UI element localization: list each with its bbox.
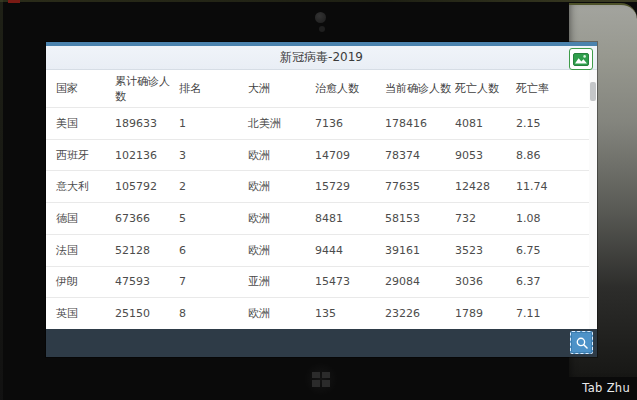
cell-continent: 欧洲	[248, 179, 315, 194]
cell-rank: 2	[179, 180, 248, 193]
device-brand-label: Tab Zhu	[582, 381, 630, 395]
cell-country: 美国	[56, 116, 115, 131]
app-window: 新冠病毒-2019 国家 累计确诊人数 排名 大洲 治愈人数 当前确诊人数 死亡…	[46, 42, 597, 357]
cell-rank: 7	[179, 275, 248, 288]
cell-cured: 9444	[315, 244, 385, 257]
cell-death-rate: 1.08	[516, 212, 597, 225]
table-row[interactable]: 伊朗 47593 7 亚洲 15473 29084 3036 6.37	[46, 266, 597, 298]
cell-total-confirmed: 189633	[115, 117, 179, 130]
column-header-deaths[interactable]: 死亡人数	[455, 81, 516, 96]
cell-rank: 8	[179, 307, 248, 320]
windows-logo-icon	[312, 372, 330, 387]
windows-home-button[interactable]	[303, 363, 339, 395]
cell-death-rate: 8.86	[516, 149, 597, 162]
camera-icon	[315, 12, 326, 23]
table-body: 美国 189633 1 北美洲 7136 178416 4081 2.15 西班…	[46, 107, 597, 329]
cell-rank: 5	[179, 212, 248, 225]
table-row[interactable]: 法国 52128 6 欧洲 9444 39161 3523 6.75	[46, 234, 597, 266]
cell-continent: 欧洲	[248, 243, 315, 258]
cell-deaths: 1789	[455, 307, 516, 320]
table-row[interactable]: 英国 25150 8 欧洲 135 23226 1789 7.11	[46, 297, 597, 329]
cell-continent: 欧洲	[248, 148, 315, 163]
cell-country: 法国	[56, 243, 115, 258]
cell-cured: 15473	[315, 275, 385, 288]
covid-table: 国家 累计确诊人数 排名 大洲 治愈人数 当前确诊人数 死亡人数 死亡率 美国 …	[46, 70, 597, 329]
column-header-continent[interactable]: 大洲	[248, 81, 315, 96]
column-header-cured[interactable]: 治愈人数	[315, 81, 385, 96]
cell-death-rate: 6.75	[516, 244, 597, 257]
cell-deaths: 732	[455, 212, 516, 225]
red-indicator-light	[8, 0, 20, 3]
cell-rank: 6	[179, 244, 248, 257]
cell-continent: 北美洲	[248, 116, 315, 131]
bezel-edge	[0, 0, 637, 2]
column-header-current-confirmed[interactable]: 当前确诊人数	[385, 81, 455, 96]
column-header-country[interactable]: 国家	[56, 81, 115, 96]
table-header-row: 国家 累计确诊人数 排名 大洲 治愈人数 当前确诊人数 死亡人数 死亡率	[46, 70, 597, 107]
search-icon	[575, 336, 589, 350]
cell-cured: 7136	[315, 117, 385, 130]
column-header-total-confirmed[interactable]: 累计确诊人数	[115, 74, 179, 104]
titlebar: 新冠病毒-2019	[46, 46, 597, 70]
cell-country: 英国	[56, 306, 115, 321]
cell-total-confirmed: 67366	[115, 212, 179, 225]
table-row[interactable]: 德国 67366 5 欧洲 8481 58153 732 1.08	[46, 202, 597, 234]
cell-continent: 欧洲	[248, 306, 315, 321]
cell-cured: 14709	[315, 149, 385, 162]
cell-current-confirmed: 58153	[385, 212, 455, 225]
cell-current-confirmed: 77635	[385, 180, 455, 193]
vertical-scrollbar[interactable]	[589, 70, 597, 329]
column-header-death-rate[interactable]: 死亡率	[516, 81, 597, 96]
cell-rank: 3	[179, 149, 248, 162]
cell-continent: 欧洲	[248, 211, 315, 226]
cell-total-confirmed: 25150	[115, 307, 179, 320]
cell-total-confirmed: 102136	[115, 149, 179, 162]
cell-current-confirmed: 178416	[385, 117, 455, 130]
cell-deaths: 3036	[455, 275, 516, 288]
cell-rank: 1	[179, 117, 248, 130]
cell-cured: 135	[315, 307, 385, 320]
image-icon	[573, 53, 589, 66]
cell-death-rate: 6.37	[516, 275, 597, 288]
cell-deaths: 3523	[455, 244, 516, 257]
search-button[interactable]	[570, 331, 593, 354]
table-row[interactable]: 意大利 105792 2 欧洲 15729 77635 12428 11.74	[46, 170, 597, 202]
table-row[interactable]: 美国 189633 1 北美洲 7136 178416 4081 2.15	[46, 107, 597, 139]
cell-continent: 亚洲	[248, 274, 315, 289]
cell-total-confirmed: 105792	[115, 180, 179, 193]
cell-cured: 8481	[315, 212, 385, 225]
column-header-rank[interactable]: 排名	[179, 81, 248, 96]
cell-country: 伊朗	[56, 274, 115, 289]
export-image-button[interactable]	[569, 48, 593, 70]
cell-country: 德国	[56, 211, 115, 226]
window-title: 新冠病毒-2019	[280, 49, 363, 66]
status-bar	[46, 329, 597, 357]
cell-country: 西班牙	[56, 148, 115, 163]
cell-total-confirmed: 47593	[115, 275, 179, 288]
cell-total-confirmed: 52128	[115, 244, 179, 257]
cell-deaths: 4081	[455, 117, 516, 130]
cell-country: 意大利	[56, 179, 115, 194]
camera-indicator	[319, 26, 325, 32]
scrollbar-thumb[interactable]	[590, 82, 596, 101]
cell-cured: 15729	[315, 180, 385, 193]
tablet-device: 新冠病毒-2019 国家 累计确诊人数 排名 大洲 治愈人数 当前确诊人数 死亡…	[0, 0, 637, 400]
cell-deaths: 12428	[455, 180, 516, 193]
table-row[interactable]: 西班牙 102136 3 欧洲 14709 78374 9053 8.86	[46, 139, 597, 171]
bezel-edge-left	[0, 0, 3, 400]
cell-current-confirmed: 39161	[385, 244, 455, 257]
cell-death-rate: 7.11	[516, 307, 597, 320]
cell-death-rate: 11.74	[516, 180, 597, 193]
cell-death-rate: 2.15	[516, 117, 597, 130]
cell-current-confirmed: 23226	[385, 307, 455, 320]
cell-current-confirmed: 78374	[385, 149, 455, 162]
cell-deaths: 9053	[455, 149, 516, 162]
cell-current-confirmed: 29084	[385, 275, 455, 288]
